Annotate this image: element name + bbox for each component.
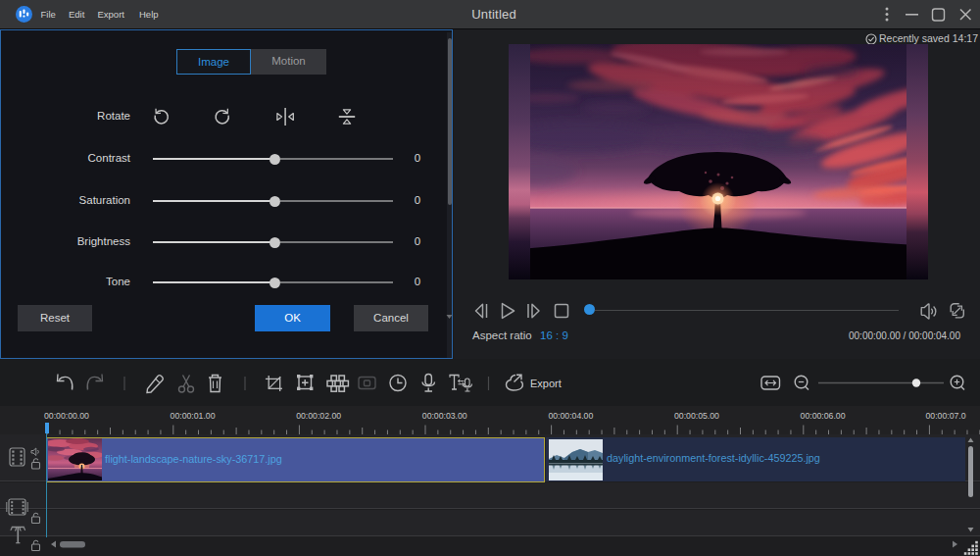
svg-text:Export: Export xyxy=(530,378,562,389)
